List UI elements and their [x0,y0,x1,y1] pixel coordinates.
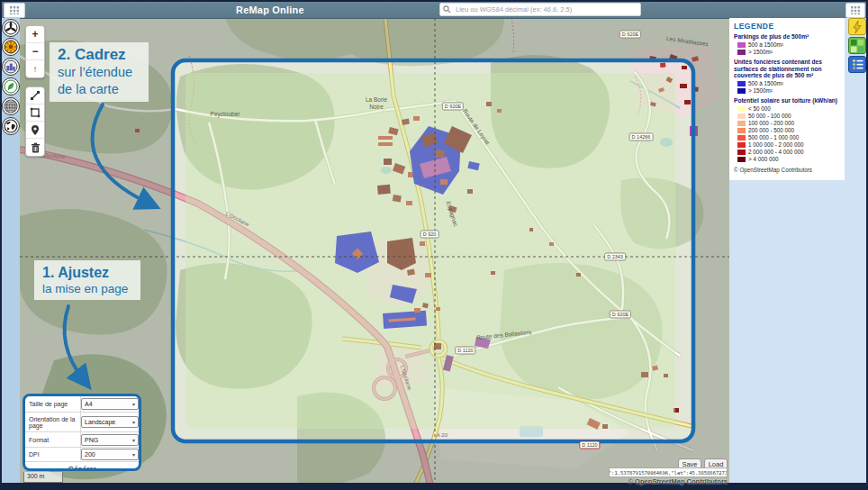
osm-attribution: © OpenStreetMap Contributors [592,477,728,485]
print-extent-preview [185,73,675,429]
legend-item-label: 500 000 - 1 000 000 [748,134,799,141]
search-input[interactable] [454,5,637,14]
zoom-controls: + − ↑ [25,25,45,78]
legend-swatch [737,50,746,55]
apps-grid-button-right[interactable] [845,3,865,18]
legend-swatch [737,142,746,148]
print-settings-form: Taille de page A4▾ Orientation de la pag… [23,394,141,471]
draw-line-button[interactable] [26,87,44,104]
legend-section-title: Parkings de plus de 500m² [734,33,840,41]
delete-button[interactable] [26,139,44,156]
grid-icon [851,6,860,14]
legend-swatch [737,81,746,86]
legend-card: LEGENDE Parkings de plus de 500m²500 à 1… [729,18,845,180]
sidebar-item-solar[interactable] [2,38,20,56]
legend-section-title: Unités foncières contenant des surfaces … [734,59,840,79]
chevron-down-icon: ▾ [132,419,135,425]
wind-turbine-icon [4,21,18,35]
page-size-select[interactable]: A4▾ [81,398,139,410]
legend-item: 2 000 000 - 4 000 000 [737,149,840,155]
grid-icon [10,6,19,14]
legend-swatch [737,88,746,94]
legend-item: 500 000 - 1 000 000 [737,134,840,141]
lightning-bolt-icon [853,21,862,33]
mini-legend-icon [852,59,863,70]
legend-swatch [737,113,746,119]
legend-item-label: > 1500m² [748,49,773,55]
legend-item: 500 à 1500m² [737,80,840,86]
orientation-label: Orientation de la page [25,413,81,431]
legend-panel: LEGENDE Parkings de plus de 500m²500 à 1… [729,18,866,483]
orientation-select[interactable]: Landscape▾ [81,416,139,428]
step-2-line3: de la carte [58,81,140,98]
landuse-layer-button[interactable] [848,37,866,54]
legend-item: 500 à 1500m² [737,41,840,48]
legend-item: > 1500m² [737,49,840,55]
legend-item-label: 1 000 000 - 2 000 000 [748,141,804,148]
map-label: A 20 [437,432,448,438]
buildings-icon [4,59,18,74]
legend-item: 50 000 - 100 000 [737,113,840,119]
leaf-icon [4,79,18,94]
draw-controls [25,86,45,157]
legend-section-0: Parkings de plus de 500m²500 à 1500m²> 1… [734,33,840,55]
legend-item-label: 200 000 - 500 000 [748,127,794,133]
legend-item-label: < 50 000 [748,105,771,112]
sidebar-item-globe-grid[interactable] [2,97,20,115]
legend-item: 100 000 - 200 000 [737,120,840,126]
legend-item-label: > 1500m² [748,87,773,94]
dpi-select[interactable]: 200▾ [81,449,139,460]
step-2-line2: sur l’étendue [58,64,140,81]
chevron-down-icon: ▾ [132,437,135,443]
chevron-down-icon: ▾ [132,401,135,407]
scale-bar: 300 m [23,472,63,483]
form-row-format: Format PNG▾ [25,432,139,448]
chevron-down-icon: ▾ [132,451,135,458]
sidebar-item-vegetation[interactable] [2,77,20,95]
sidebar-item-buildings[interactable] [2,58,20,76]
step-1-line2: la mise en page [42,281,132,296]
legend-item-label: > 4 000 000 [748,156,778,162]
zoom-out-button[interactable]: − [26,43,44,60]
format-label: Format [25,432,81,447]
search-icon [443,5,451,14]
solar-layer-button[interactable] [848,18,866,35]
zoom-in-button[interactable]: + [26,26,44,43]
recenter-button[interactable]: ↑ [26,60,44,77]
legend-swatch [737,157,746,162]
page-size-label: Taille de page [25,396,81,412]
globe-grid-icon [4,99,18,113]
step-2-title: 2. Cadrez [58,46,140,64]
generate-button[interactable]: Générer [25,462,139,471]
top-bar: ReMap Online [2,2,866,19]
earth-globe-icon [4,119,18,133]
add-marker-button[interactable] [26,122,44,139]
sidebar-item-wind[interactable] [2,19,20,37]
layer-sidebar [2,18,20,483]
form-row-page-size: Taille de page A4▾ [25,396,139,413]
green-tiles-icon [851,40,863,52]
legend-item: 1 000 000 - 2 000 000 [737,141,840,148]
format-select[interactable]: PNG▾ [81,434,139,446]
sidebar-item-world[interactable] [2,117,20,135]
remap-online-window: PeyctouberLa BorieNoireEspagnacRoute de … [0,0,868,490]
draw-rectangle-button[interactable] [26,104,44,122]
legend-item: > 1500m² [737,87,840,94]
legend-item-label: 500 à 1500m² [748,80,783,86]
legend-title: LEGENDE [734,22,840,31]
legend-section-1: Unités foncières contenant des surfaces … [734,59,840,94]
draw-rectangle-icon [30,107,41,118]
legend-item-label: 100 000 - 200 000 [748,120,794,126]
legend-item: < 50 000 [737,105,840,112]
map-label: La Borie [366,96,388,103]
apps-grid-button-left[interactable] [4,3,25,18]
step-2-callout: 2. Cadrez sur l’étendue de la carte [50,42,149,102]
form-row-orientation: Orientation de la page Landscape▾ [25,413,139,432]
legend-layer-button[interactable] [848,56,866,73]
form-row-dpi: DPI 200▾ [25,448,139,462]
legend-item-label: 500 à 1500m² [748,41,783,48]
legend-section-title: Potentiel solaire sur toiture (kWh/an) [734,97,840,104]
legend-item-label: 2 000 000 - 4 000 000 [748,149,804,155]
marker-pin-icon [30,124,41,136]
legend-swatch [737,128,746,133]
